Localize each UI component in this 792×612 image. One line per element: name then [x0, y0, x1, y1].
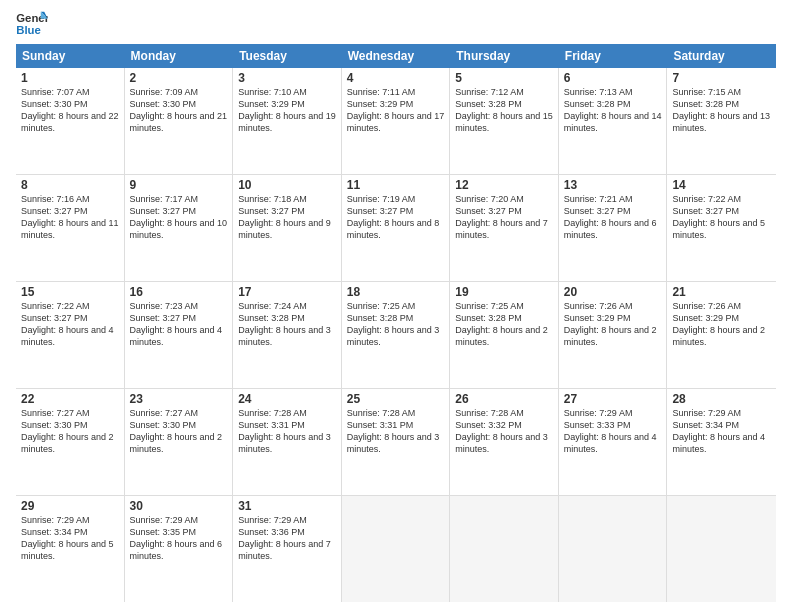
cell-info: Sunrise: 7:12 AMSunset: 3:28 PMDaylight:… [455, 86, 553, 135]
calendar-cell-day-22: 22Sunrise: 7:27 AMSunset: 3:30 PMDayligh… [16, 389, 125, 495]
header-day-friday: Friday [559, 44, 668, 68]
calendar-cell-day-8: 8Sunrise: 7:16 AMSunset: 3:27 PMDaylight… [16, 175, 125, 281]
calendar-cell-day-19: 19Sunrise: 7:25 AMSunset: 3:28 PMDayligh… [450, 282, 559, 388]
cell-info: Sunrise: 7:29 AMSunset: 3:34 PMDaylight:… [672, 407, 771, 456]
calendar-cell-empty [342, 496, 451, 602]
cell-info: Sunrise: 7:17 AMSunset: 3:27 PMDaylight:… [130, 193, 228, 242]
calendar-header: SundayMondayTuesdayWednesdayThursdayFrid… [16, 44, 776, 68]
cell-info: Sunrise: 7:24 AMSunset: 3:28 PMDaylight:… [238, 300, 336, 349]
calendar-body: 1Sunrise: 7:07 AMSunset: 3:30 PMDaylight… [16, 68, 776, 602]
calendar-cell-day-26: 26Sunrise: 7:28 AMSunset: 3:32 PMDayligh… [450, 389, 559, 495]
calendar-week-3: 15Sunrise: 7:22 AMSunset: 3:27 PMDayligh… [16, 282, 776, 389]
day-number: 12 [455, 178, 553, 192]
day-number: 4 [347, 71, 445, 85]
day-number: 22 [21, 392, 119, 406]
day-number: 20 [564, 285, 662, 299]
calendar-cell-empty [667, 496, 776, 602]
header-day-saturday: Saturday [667, 44, 776, 68]
day-number: 5 [455, 71, 553, 85]
cell-info: Sunrise: 7:27 AMSunset: 3:30 PMDaylight:… [130, 407, 228, 456]
day-number: 8 [21, 178, 119, 192]
calendar-cell-day-3: 3Sunrise: 7:10 AMSunset: 3:29 PMDaylight… [233, 68, 342, 174]
calendar-cell-day-14: 14Sunrise: 7:22 AMSunset: 3:27 PMDayligh… [667, 175, 776, 281]
calendar-cell-day-5: 5Sunrise: 7:12 AMSunset: 3:28 PMDaylight… [450, 68, 559, 174]
cell-info: Sunrise: 7:19 AMSunset: 3:27 PMDaylight:… [347, 193, 445, 242]
calendar-week-5: 29Sunrise: 7:29 AMSunset: 3:34 PMDayligh… [16, 496, 776, 602]
cell-info: Sunrise: 7:20 AMSunset: 3:27 PMDaylight:… [455, 193, 553, 242]
day-number: 2 [130, 71, 228, 85]
calendar-week-1: 1Sunrise: 7:07 AMSunset: 3:30 PMDaylight… [16, 68, 776, 175]
day-number: 23 [130, 392, 228, 406]
day-number: 7 [672, 71, 771, 85]
header-day-wednesday: Wednesday [342, 44, 451, 68]
calendar-week-4: 22Sunrise: 7:27 AMSunset: 3:30 PMDayligh… [16, 389, 776, 496]
day-number: 19 [455, 285, 553, 299]
cell-info: Sunrise: 7:16 AMSunset: 3:27 PMDaylight:… [21, 193, 119, 242]
day-number: 6 [564, 71, 662, 85]
cell-info: Sunrise: 7:25 AMSunset: 3:28 PMDaylight:… [347, 300, 445, 349]
calendar-cell-day-18: 18Sunrise: 7:25 AMSunset: 3:28 PMDayligh… [342, 282, 451, 388]
cell-info: Sunrise: 7:21 AMSunset: 3:27 PMDaylight:… [564, 193, 662, 242]
day-number: 10 [238, 178, 336, 192]
calendar-week-2: 8Sunrise: 7:16 AMSunset: 3:27 PMDaylight… [16, 175, 776, 282]
calendar-cell-empty [559, 496, 668, 602]
day-number: 31 [238, 499, 336, 513]
cell-info: Sunrise: 7:11 AMSunset: 3:29 PMDaylight:… [347, 86, 445, 135]
cell-info: Sunrise: 7:28 AMSunset: 3:31 PMDaylight:… [347, 407, 445, 456]
day-number: 17 [238, 285, 336, 299]
calendar-cell-day-1: 1Sunrise: 7:07 AMSunset: 3:30 PMDaylight… [16, 68, 125, 174]
day-number: 30 [130, 499, 228, 513]
calendar-cell-day-16: 16Sunrise: 7:23 AMSunset: 3:27 PMDayligh… [125, 282, 234, 388]
calendar-cell-day-24: 24Sunrise: 7:28 AMSunset: 3:31 PMDayligh… [233, 389, 342, 495]
calendar-cell-empty [450, 496, 559, 602]
day-number: 16 [130, 285, 228, 299]
header-day-sunday: Sunday [16, 44, 125, 68]
cell-info: Sunrise: 7:15 AMSunset: 3:28 PMDaylight:… [672, 86, 771, 135]
day-number: 29 [21, 499, 119, 513]
day-number: 1 [21, 71, 119, 85]
calendar-cell-day-20: 20Sunrise: 7:26 AMSunset: 3:29 PMDayligh… [559, 282, 668, 388]
page: General Blue SundayMondayTuesdayWednesda… [0, 0, 792, 612]
day-number: 24 [238, 392, 336, 406]
calendar-cell-day-28: 28Sunrise: 7:29 AMSunset: 3:34 PMDayligh… [667, 389, 776, 495]
day-number: 11 [347, 178, 445, 192]
calendar-cell-day-12: 12Sunrise: 7:20 AMSunset: 3:27 PMDayligh… [450, 175, 559, 281]
svg-text:Blue: Blue [16, 24, 41, 36]
day-number: 18 [347, 285, 445, 299]
calendar-cell-day-7: 7Sunrise: 7:15 AMSunset: 3:28 PMDaylight… [667, 68, 776, 174]
day-number: 28 [672, 392, 771, 406]
cell-info: Sunrise: 7:29 AMSunset: 3:36 PMDaylight:… [238, 514, 336, 563]
day-number: 26 [455, 392, 553, 406]
cell-info: Sunrise: 7:25 AMSunset: 3:28 PMDaylight:… [455, 300, 553, 349]
cell-info: Sunrise: 7:28 AMSunset: 3:31 PMDaylight:… [238, 407, 336, 456]
calendar-cell-day-21: 21Sunrise: 7:26 AMSunset: 3:29 PMDayligh… [667, 282, 776, 388]
calendar-cell-day-9: 9Sunrise: 7:17 AMSunset: 3:27 PMDaylight… [125, 175, 234, 281]
cell-info: Sunrise: 7:22 AMSunset: 3:27 PMDaylight:… [21, 300, 119, 349]
header-day-tuesday: Tuesday [233, 44, 342, 68]
day-number: 3 [238, 71, 336, 85]
day-number: 15 [21, 285, 119, 299]
calendar-cell-day-2: 2Sunrise: 7:09 AMSunset: 3:30 PMDaylight… [125, 68, 234, 174]
calendar-cell-day-11: 11Sunrise: 7:19 AMSunset: 3:27 PMDayligh… [342, 175, 451, 281]
calendar-cell-day-15: 15Sunrise: 7:22 AMSunset: 3:27 PMDayligh… [16, 282, 125, 388]
calendar: SundayMondayTuesdayWednesdayThursdayFrid… [16, 44, 776, 602]
calendar-cell-day-6: 6Sunrise: 7:13 AMSunset: 3:28 PMDaylight… [559, 68, 668, 174]
cell-info: Sunrise: 7:07 AMSunset: 3:30 PMDaylight:… [21, 86, 119, 135]
cell-info: Sunrise: 7:29 AMSunset: 3:33 PMDaylight:… [564, 407, 662, 456]
calendar-cell-day-30: 30Sunrise: 7:29 AMSunset: 3:35 PMDayligh… [125, 496, 234, 602]
header: General Blue [16, 10, 776, 38]
day-number: 27 [564, 392, 662, 406]
cell-info: Sunrise: 7:22 AMSunset: 3:27 PMDaylight:… [672, 193, 771, 242]
day-number: 14 [672, 178, 771, 192]
calendar-cell-day-13: 13Sunrise: 7:21 AMSunset: 3:27 PMDayligh… [559, 175, 668, 281]
day-number: 21 [672, 285, 771, 299]
header-day-thursday: Thursday [450, 44, 559, 68]
calendar-cell-day-4: 4Sunrise: 7:11 AMSunset: 3:29 PMDaylight… [342, 68, 451, 174]
cell-info: Sunrise: 7:10 AMSunset: 3:29 PMDaylight:… [238, 86, 336, 135]
cell-info: Sunrise: 7:09 AMSunset: 3:30 PMDaylight:… [130, 86, 228, 135]
calendar-cell-day-23: 23Sunrise: 7:27 AMSunset: 3:30 PMDayligh… [125, 389, 234, 495]
logo-icon: General Blue [16, 10, 48, 38]
cell-info: Sunrise: 7:29 AMSunset: 3:35 PMDaylight:… [130, 514, 228, 563]
cell-info: Sunrise: 7:28 AMSunset: 3:32 PMDaylight:… [455, 407, 553, 456]
calendar-cell-day-27: 27Sunrise: 7:29 AMSunset: 3:33 PMDayligh… [559, 389, 668, 495]
